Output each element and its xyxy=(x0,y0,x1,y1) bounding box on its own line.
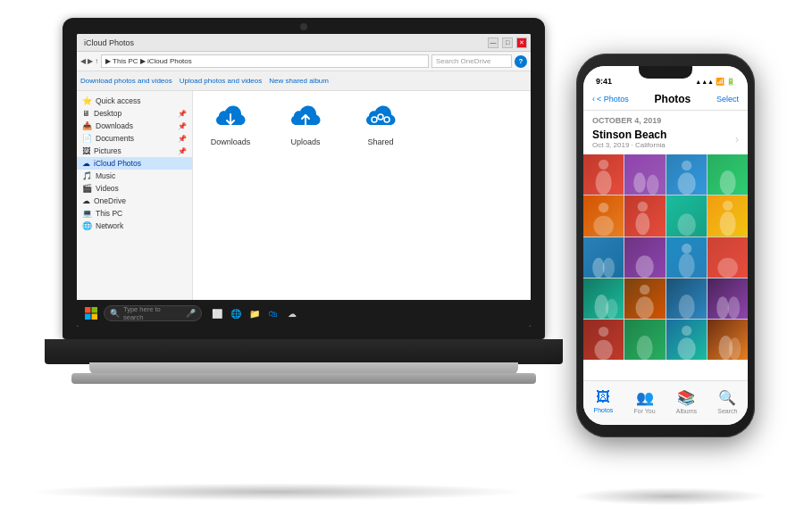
svg-point-38 xyxy=(637,336,653,360)
close-button[interactable]: ✕ xyxy=(516,37,527,48)
cloud-shared-icon xyxy=(363,102,398,134)
sidebar-item-quick-access[interactable]: ⭐ Quick access xyxy=(77,95,192,107)
help-button[interactable]: ? xyxy=(515,55,527,68)
laptop-foot xyxy=(71,373,536,384)
photo-grid xyxy=(583,154,748,360)
sidebar-item-icloud-photos[interactable]: ☁ iCloud Photos xyxy=(77,157,192,170)
svg-point-14 xyxy=(681,161,691,170)
laptop: iCloud Photos — □ ✕ ◀ ▶ ↑ ▶ This xyxy=(45,18,563,482)
onedrive-icon: ☁ xyxy=(82,196,90,205)
sidebar-item-network[interactable]: 🌐 Network xyxy=(77,220,192,232)
sidebar-item-this-pc[interactable]: 💻 This PC xyxy=(77,207,192,220)
photo-cell[interactable] xyxy=(666,195,707,236)
photo-cell[interactable] xyxy=(666,278,707,319)
toolbar: Download photos and videos Upload photos… xyxy=(77,71,531,91)
sidebar-item-onedrive[interactable]: ☁ OneDrive xyxy=(77,195,192,207)
photo-cell[interactable] xyxy=(624,154,665,195)
signal-icon: ▲▲▲ xyxy=(695,79,714,85)
minimize-button[interactable]: — xyxy=(488,37,498,48)
maximize-button[interactable]: □ xyxy=(502,37,513,48)
location-sub: Oct 3, 2019 · California xyxy=(592,141,666,149)
photo-cell[interactable] xyxy=(583,195,624,236)
sidebar-item-documents[interactable]: 📄 Documents 📌 xyxy=(77,132,192,145)
up-button[interactable]: ↑ xyxy=(95,57,98,65)
search-box[interactable]: Search OneDrive xyxy=(431,54,512,68)
photo-cell[interactable] xyxy=(708,195,748,236)
photo-cell[interactable] xyxy=(624,195,665,236)
window-body: ⭐ Quick access 🖥 Desktop 📌 📥 Downloads 📌 xyxy=(77,91,531,300)
task-view-button[interactable]: ⬜ xyxy=(209,305,225,321)
nav-controls[interactable]: ◀ ▶ ↑ xyxy=(80,57,98,65)
sidebar-item-downloads[interactable]: 📥 Downloads 📌 xyxy=(77,120,192,132)
photo-cell[interactable] xyxy=(583,278,624,319)
window-controls[interactable]: — □ ✕ xyxy=(488,37,527,48)
svg-point-13 xyxy=(677,172,695,195)
file-explorer-button[interactable]: 📁 xyxy=(247,305,263,321)
pc-icon: 💻 xyxy=(82,209,92,218)
photo-cell[interactable] xyxy=(708,154,748,195)
svg-point-11 xyxy=(633,172,646,193)
albums-tab[interactable]: 📚 Albums xyxy=(676,389,697,414)
pin-icon: 📌 xyxy=(178,122,187,130)
sidebar-item-pictures[interactable]: 🖼 Pictures 📌 xyxy=(77,145,192,157)
albums-tab-label: Albums xyxy=(676,408,697,414)
taskbar-icons: ⬜ 🌐 📁 🛍 ☁ xyxy=(209,305,300,321)
download-button[interactable]: Download photos and videos xyxy=(80,77,172,85)
start-button[interactable] xyxy=(82,304,100,322)
address-box[interactable]: ▶ This PC ▶ iCloud Photos xyxy=(101,54,429,68)
phone-shadow xyxy=(572,487,768,505)
svg-point-34 xyxy=(716,296,729,319)
photo-cell[interactable] xyxy=(583,320,624,360)
downloads-folder[interactable]: Downloads xyxy=(204,102,257,146)
photos-tab-label: Photos xyxy=(594,407,614,413)
photos-tab-icon: 🖼 xyxy=(596,389,610,405)
back-button[interactable]: ◀ xyxy=(80,57,86,65)
shared-folder[interactable]: Shared xyxy=(354,102,407,146)
photo-cell[interactable] xyxy=(708,237,748,278)
quick-access-icon: ⭐ xyxy=(82,96,92,105)
for-you-tab[interactable]: 👥 For You xyxy=(633,389,655,414)
location-name: Stinson Beach xyxy=(592,129,666,141)
sidebar-item-music[interactable]: 🎵 Music xyxy=(77,170,192,182)
photo-cell[interactable] xyxy=(666,154,707,195)
location-info[interactable]: Stinson Beach Oct 3, 2019 · California › xyxy=(583,127,748,154)
svg-point-24 xyxy=(602,257,615,278)
uploads-folder[interactable]: Uploads xyxy=(279,102,332,146)
cloud-upload-icon xyxy=(288,102,323,134)
photo-cell[interactable] xyxy=(666,320,707,360)
sidebar-item-videos[interactable]: 🎬 Videos xyxy=(77,182,192,195)
sidebar-item-desktop[interactable]: 🖥 Desktop 📌 xyxy=(77,107,192,120)
photo-cell[interactable] xyxy=(624,320,665,360)
svg-point-42 xyxy=(729,337,741,360)
folder-label: Uploads xyxy=(290,137,320,146)
sidebar-label: This PC xyxy=(96,209,122,218)
photo-cell[interactable] xyxy=(708,320,748,360)
photo-cell[interactable] xyxy=(583,237,624,278)
photo-cell[interactable] xyxy=(583,154,624,195)
select-button[interactable]: Select xyxy=(716,95,739,104)
back-button[interactable]: ‹ < Photos xyxy=(592,95,629,104)
photo-cell[interactable] xyxy=(708,278,748,319)
laptop-screen-bezel: iCloud Photos — □ ✕ ◀ ▶ ↑ ▶ This xyxy=(63,18,545,339)
wifi-icon: 📶 xyxy=(716,78,724,86)
taskbar-search-bar[interactable]: 🔍 Type here to search 🎤 xyxy=(104,305,202,321)
photos-tab[interactable]: 🖼 Photos xyxy=(594,389,614,413)
phone-nav-bar: ‹ < Photos Photos Select xyxy=(583,87,748,111)
photo-cell[interactable] xyxy=(666,237,707,278)
photo-cell[interactable] xyxy=(624,278,665,319)
icloud-taskbar-icon[interactable]: ☁ xyxy=(284,305,300,321)
edge-button[interactable]: 🌐 xyxy=(228,305,244,321)
taskbar: 🔍 Type here to search 🎤 ⬜ 🌐 📁 🛍 ☁ xyxy=(77,300,531,327)
forward-button[interactable]: ▶ xyxy=(88,57,93,65)
svg-point-20 xyxy=(677,214,695,237)
webcam xyxy=(300,23,307,30)
store-button[interactable]: 🛍 xyxy=(265,305,281,321)
photo-cell[interactable] xyxy=(624,237,665,278)
chevron-left-icon: ‹ xyxy=(592,95,595,104)
new-album-button[interactable]: New shared album xyxy=(269,77,329,85)
sidebar-label: Videos xyxy=(96,184,119,193)
upload-button[interactable]: Upload photos and videos xyxy=(180,77,263,85)
sidebar-label: Music xyxy=(96,171,115,180)
sidebar-label: OneDrive xyxy=(94,196,126,205)
search-tab[interactable]: 🔍 Search xyxy=(717,389,737,414)
